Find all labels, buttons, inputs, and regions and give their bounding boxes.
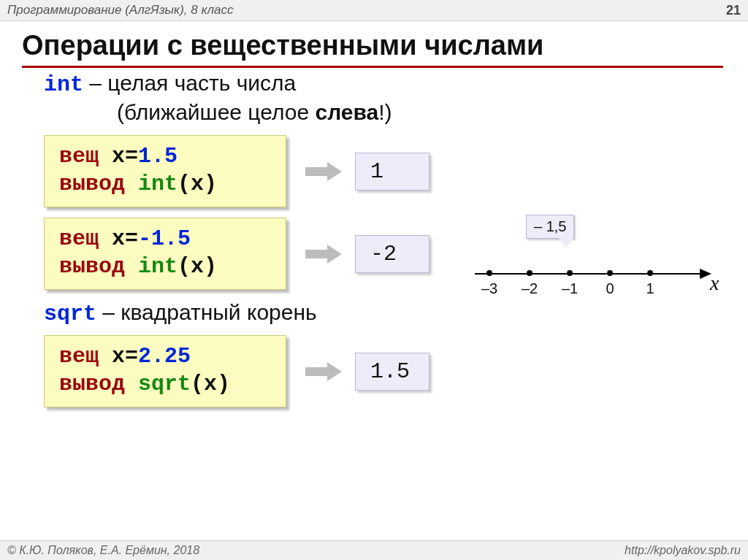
int-keyword: int	[44, 72, 83, 97]
arrow-icon	[305, 245, 342, 264]
axis-line	[475, 273, 701, 275]
tick-dot	[567, 270, 573, 276]
output-box: 1	[355, 153, 430, 191]
copyright: © К.Ю. Поляков, Е.А. Ерёмин, 2018	[7, 544, 199, 557]
arrow-icon	[305, 362, 342, 381]
slide-footer: © К.Ю. Поляков, Е.А. Ерёмин, 2018 http:/…	[0, 540, 748, 560]
callout-label: – 1,5	[526, 215, 574, 239]
tick-dot	[527, 270, 533, 276]
course-label: Программирование (АлгЯзык), 8 класс	[7, 3, 234, 18]
tick-dot	[486, 270, 492, 276]
axis-variable: x	[710, 272, 719, 295]
tick-dot	[607, 270, 613, 276]
sqrt-keyword: sqrt	[44, 302, 96, 326]
page-number: 21	[726, 3, 741, 18]
tick-dot	[647, 270, 653, 276]
sqrt-definition: sqrt – квадратный корень	[44, 300, 748, 326]
output-box: 1.5	[355, 353, 430, 391]
number-line: x –3–2–101	[475, 256, 730, 299]
int-desc: – целая часть числа	[83, 71, 296, 95]
slide-title: Операции с вещественными числами	[22, 30, 723, 68]
int-definition: int – целая часть числа	[44, 71, 748, 97]
output-box: -2	[355, 235, 430, 273]
footer-url: http://kpolyakov.spb.ru	[625, 544, 741, 557]
code-box: вещ x=-1.5 вывод int(x)	[44, 218, 286, 290]
tick-label: –3	[481, 280, 497, 297]
tick-label: 0	[606, 280, 614, 297]
tick-label: 1	[646, 280, 654, 297]
tick-label: –1	[562, 280, 578, 297]
code-box: вещ x=2.25 вывод sqrt(x)	[44, 335, 286, 407]
sqrt-desc: – квадратный корень	[96, 300, 317, 324]
example-row-3: вещ x=2.25 вывод sqrt(x) 1.5	[44, 335, 748, 407]
number-line-diagram: – 1,5 x –3–2–101	[475, 241, 730, 299]
slide-content: int – целая часть числа (ближайшее целое…	[0, 71, 748, 407]
slide-header: Программирование (АлгЯзык), 8 класс 21	[0, 0, 748, 21]
arrow-icon	[305, 162, 342, 181]
int-subnote: (ближайшее целое слева!)	[117, 100, 748, 125]
example-row-1: вещ x=1.5 вывод int(x) 1	[44, 135, 748, 207]
tick-label: –2	[522, 280, 538, 297]
code-box: вещ x=1.5 вывод int(x)	[44, 135, 286, 207]
